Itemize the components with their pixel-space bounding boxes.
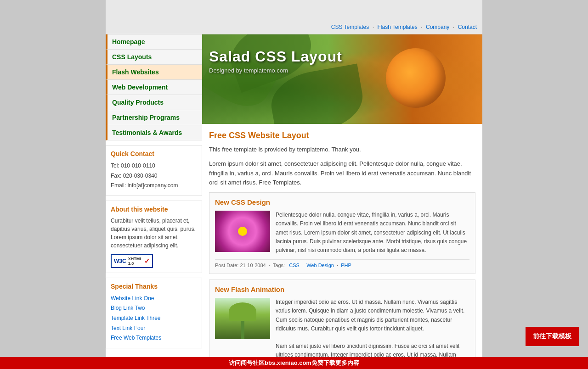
header: CSS Templates · Flash Templates · Compan… [106,0,482,34]
quick-contact-box: Quick Contact Tel: 010-010-0110 Fax: 020… [106,145,202,196]
nav-separator-3: · [453,24,456,30]
nav-menu: Homepage CSS Layouts Flash Websites Web … [106,34,202,140]
tag-php[interactable]: PHP [341,263,351,268]
about-title: About this website [111,206,197,213]
nav-item-homepage[interactable]: Homepage [106,34,202,50]
content-body: Free CSS Website Layout This free templa… [202,124,482,369]
list-item: Template Link Three [111,313,197,324]
article-2-title: New Flash Animation [215,285,469,293]
article-2-image [215,298,270,339]
contact-info: Tel: 010-010-0110 Fax: 020-030-0340 Emai… [111,161,197,191]
intro-text-2: Lorem ipsum dolor sit amet, consectetuer… [209,159,475,188]
sidebar-left: Homepage CSS Layouts Flash Websites Web … [106,34,202,353]
w3c-badge: W3C XHTML1.0 ✓ [111,254,153,268]
download-button[interactable]: 前往下载模板 [526,327,579,346]
article-card-1: New CSS Design Pellentesque dolor nulla,… [209,192,475,274]
list-item: Free Web Templates [111,333,197,343]
xhtml-label: XHTML1.0 [128,257,142,266]
special-thanks-box: Special Thanks Website Link One Blog Lin… [106,278,202,348]
contact-link[interactable]: Contact [458,24,477,30]
flower-image [215,211,270,252]
nav-link-quality-products[interactable]: Quality Products [107,95,202,110]
tag-css[interactable]: CSS [289,263,300,268]
nav-link-css-layouts[interactable]: CSS Layouts [107,50,202,64]
nav-item-flash-websites[interactable]: Flash Websites [106,65,202,80]
special-link-1[interactable]: Website Link One [111,294,197,304]
article-1-title: New CSS Design [215,198,469,206]
flash-templates-link[interactable]: Flash Templates [378,24,418,30]
nav-item-css-layouts[interactable]: CSS Layouts [106,50,202,65]
article-1-inner: Pellentesque dolor nulla, congue vitae, … [215,211,469,255]
nav-link-flash-websites[interactable]: Flash Websites [107,65,202,79]
nav-link-partnership-programs[interactable]: Partnership Programs [107,110,202,125]
nav-link-web-development[interactable]: Web Development [107,80,202,95]
content-heading: Free CSS Website Layout [209,131,475,140]
list-item: Text Link Four [111,324,197,334]
nav-link-testimonials[interactable]: Testimonials & Awards [107,125,202,140]
content-main: Salad CSS Layout Designed by templatemo.… [202,34,482,369]
w3c-badge-inner: W3C XHTML1.0 ✓ [111,254,153,268]
tag-web-design[interactable]: Web Design [306,263,334,268]
header-nav: CSS Templates · Flash Templates · Compan… [331,23,477,30]
hero-text: Salad CSS Layout Designed by templatemo.… [209,48,342,74]
contact-email: Email: info[at]company.com [111,181,197,191]
nav-item-partnership-programs[interactable]: Partnership Programs [106,110,202,125]
special-thanks-links: Website Link One Blog Link Two Template … [111,294,197,343]
orange-decoration [386,48,446,108]
main-wrapper: Homepage CSS Layouts Flash Websites Web … [106,34,482,369]
checkmark-icon: ✓ [144,257,150,265]
article-1-image [215,211,270,252]
about-text: Curabitur velit tellus, placerat et, dap… [111,217,197,250]
nav-separator-1: · [373,24,376,30]
nav-separator-2: · [421,24,424,30]
list-item: Website Link One [111,294,197,304]
hero-banner: Salad CSS Layout Designed by templatemo.… [202,34,482,124]
list-item: Blog Link Two [111,303,197,313]
hero-title: Salad CSS Layout [209,48,342,65]
intro-text-1: This free template is provided by templa… [209,145,475,155]
special-link-5[interactable]: Free Web Templates [111,333,197,343]
article-1-meta: Post Date: 21-10-2084 · Tags: CSS · Web … [215,259,469,268]
footer-watermark: 访问闯号社区bbs.xieniao.com免费下载更多内容 [0,357,588,369]
contact-tel: Tel: 010-010-0110 [111,161,197,171]
nav-link-homepage[interactable]: Homepage [107,34,202,49]
company-link[interactable]: Company [426,24,449,30]
css-templates-link[interactable]: CSS Templates [331,24,369,30]
contact-fax: Fax: 020-030-0340 [111,171,197,181]
about-box: About this website Curabitur velit tellu… [106,201,202,273]
tags-label: Tags: [273,263,285,268]
special-link-2[interactable]: Blog Link Two [111,303,197,313]
special-link-3[interactable]: Template Link Three [111,313,197,324]
nav-item-testimonials[interactable]: Testimonials & Awards [106,125,202,140]
page-wrapper: CSS Templates · Flash Templates · Compan… [106,0,482,369]
quick-contact-title: Quick Contact [111,150,197,157]
special-link-4[interactable]: Text Link Four [111,324,197,334]
nav-item-web-development[interactable]: Web Development [106,80,202,95]
article-card-2: New Flash Animation Integer imperdiet od… [209,280,475,369]
special-thanks-title: Special Thanks [111,283,197,290]
post-date: Post Date: 21-10-2084 [215,263,266,268]
nav-item-quality-products[interactable]: Quality Products [106,95,202,110]
w3c-icon: W3C [114,258,126,264]
plant-image [215,298,270,339]
hero-subtitle: Designed by templatemo.com [209,67,342,74]
article-1-text: Pellentesque dolor nulla, congue vitae, … [276,211,469,255]
